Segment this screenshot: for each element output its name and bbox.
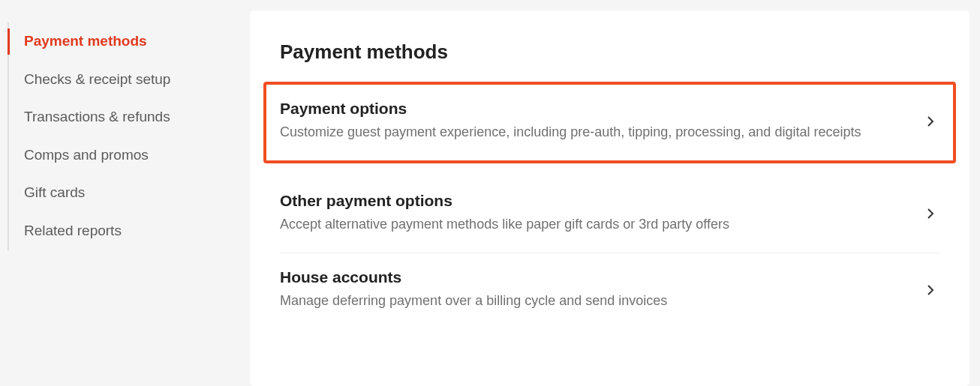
sidebar-item-label: Related reports: [24, 223, 122, 238]
chevron-right-icon: [921, 112, 939, 130]
section-text: House accounts Manage deferring payment …: [280, 268, 903, 311]
chevron-right-icon: [921, 281, 939, 299]
sidebar-item-label: Checks & receipt setup: [24, 71, 170, 87]
sidebar-item-payment-methods[interactable]: Payment methods: [9, 22, 229, 61]
sidebar-item-label: Comps and promos: [24, 147, 149, 163]
sidebar-item-label: Gift cards: [24, 184, 85, 200]
section-payment-options[interactable]: Payment options Customize guest payment …: [263, 82, 956, 163]
sidebar: Payment methods Checks & receipt setup T…: [0, 0, 229, 386]
chevron-right-icon: [921, 205, 939, 223]
sidebar-item-label: Payment methods: [24, 33, 147, 49]
section-house-accounts[interactable]: House accounts Manage deferring payment …: [280, 253, 939, 329]
sidebar-list: Payment methods Checks & receipt setup T…: [8, 22, 229, 250]
section-desc: Accept alternative payment methods like …: [280, 214, 903, 235]
main-panel: Payment methods Payment options Customiz…: [250, 10, 969, 386]
sidebar-item-comps-promos[interactable]: Comps and promos: [9, 136, 229, 175]
section-text: Other payment options Accept alternative…: [280, 192, 903, 235]
section-desc: Customize guest payment experience, incl…: [280, 122, 903, 142]
section-title: House accounts: [280, 268, 903, 286]
section-title: Payment options: [280, 100, 903, 118]
section-other-payment-options[interactable]: Other payment options Accept alternative…: [280, 177, 939, 253]
section-text: Payment options Customize guest payment …: [280, 100, 903, 142]
sidebar-item-transactions-refunds[interactable]: Transactions & refunds: [9, 98, 229, 136]
section-desc: Manage deferring payment over a billing …: [280, 291, 903, 311]
sidebar-item-checks-receipt-setup[interactable]: Checks & receipt setup: [9, 61, 229, 99]
page-title: Payment methods: [280, 40, 939, 64]
sidebar-item-label: Transactions & refunds: [24, 109, 170, 124]
sidebar-item-related-reports[interactable]: Related reports: [9, 212, 229, 250]
sidebar-item-gift-cards[interactable]: Gift cards: [9, 174, 229, 212]
section-title: Other payment options: [280, 192, 903, 210]
